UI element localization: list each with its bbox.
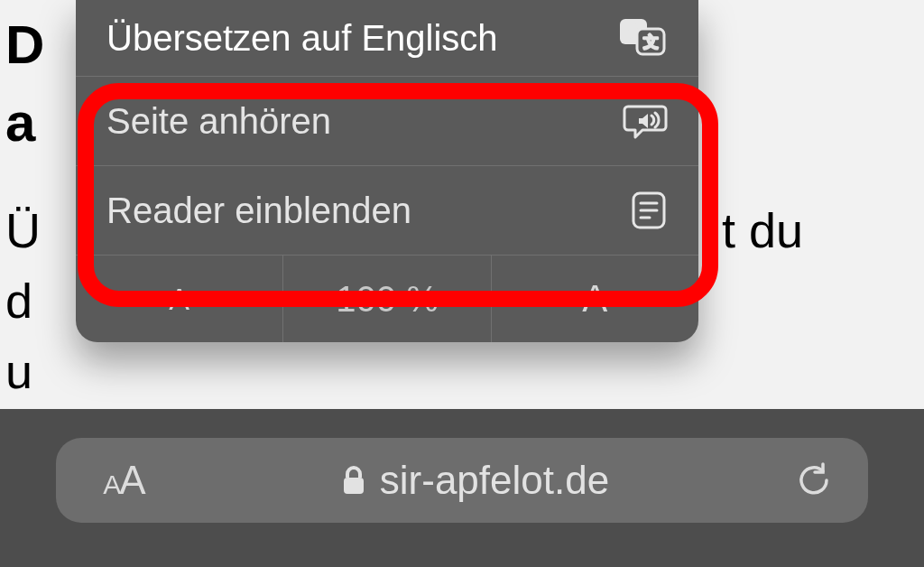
translate-label: Übersetzen auf Englisch — [106, 18, 498, 59]
text-size-button[interactable]: AA — [56, 458, 191, 503]
bg-text-left-3: u — [5, 336, 924, 406]
listen-row[interactable]: Seite anhören — [76, 76, 698, 165]
reader-row[interactable]: Reader einblenden — [76, 165, 698, 255]
translate-row[interactable]: Übersetzen auf Englisch A 文 — [76, 0, 698, 76]
bottom-toolbar: AA sir-apfelot.de — [0, 409, 924, 567]
reload-button[interactable] — [760, 462, 868, 498]
address-bar-center[interactable]: sir-apfelot.de — [191, 458, 760, 503]
zoom-out-button[interactable]: A — [76, 256, 282, 342]
address-bar-domain: sir-apfelot.de — [380, 458, 609, 503]
svg-text:文: 文 — [643, 33, 659, 51]
page-root: D a Ü t du d u P n Übersetzen auf Englis… — [0, 0, 924, 567]
zoom-row: A 100 % A — [76, 255, 698, 342]
zoom-level: 100 % — [282, 256, 490, 342]
listen-label: Seite anhören — [106, 101, 331, 142]
zoom-in-button[interactable]: A — [491, 256, 698, 342]
speaker-bubble-icon — [623, 101, 668, 141]
translate-icon: A 文 — [617, 16, 668, 60]
lock-icon — [342, 465, 365, 496]
page-menu-popover: Übersetzen auf Englisch A 文 Seite anhöre… — [76, 0, 698, 342]
aa-small: A — [103, 469, 119, 499]
svg-rect-8 — [344, 478, 364, 494]
reader-icon — [630, 190, 668, 231]
reader-label: Reader einblenden — [106, 191, 411, 231]
reload-icon — [796, 462, 832, 498]
aa-big: A — [119, 458, 143, 502]
address-bar[interactable]: AA sir-apfelot.de — [56, 438, 868, 523]
bg-text-right-1: t du — [722, 195, 924, 265]
